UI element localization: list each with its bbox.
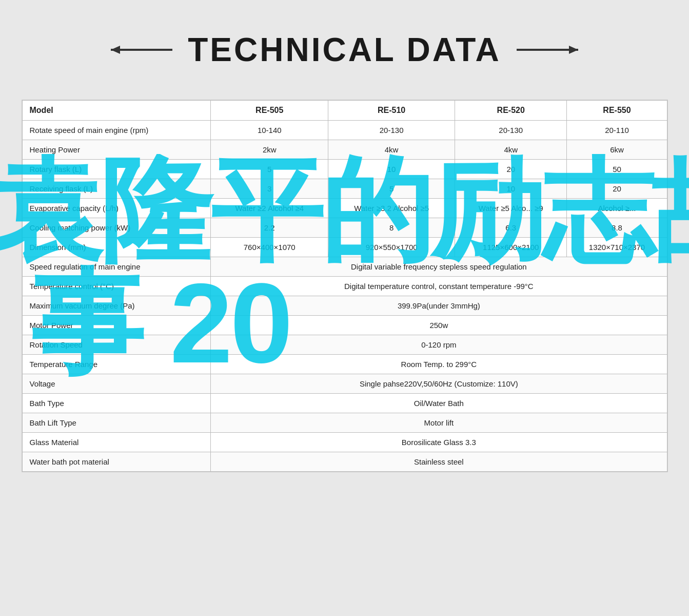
row-cell: Water ≥5 Alco... ≥9 [455,199,566,218]
table-row: Water bath pot materialStainless steel [22,452,667,472]
table-row: Rotation Speed0-120 rpm [22,335,667,355]
row-cell: Alcohol ≥... [567,199,667,218]
row-label: Rotate speed of main engine (rpm) [22,121,211,140]
row-label: Maximum vacuum degree (Pa) [22,296,211,316]
table-row: Evaporative capacity (L/h)Water ≥2 Alcoh… [22,199,667,218]
row-merged-value: Room Temp. to 299°C [211,355,667,374]
row-cell: 2kw [211,140,328,160]
row-cell: 4kw [328,140,455,160]
table-row: Glass MaterialBorosilicate Glass 3.3 [22,433,667,452]
table-row: Cooling matching power (kW)2.286.38.8 [22,218,667,238]
row-merged-value: Digital temperature control, constant te… [211,277,667,296]
header-line-left [111,49,172,51]
table-row: Bath TypeOil/Water Bath [22,394,667,413]
row-label: Rotary flask (L) [22,160,211,179]
row-cell: 20-130 [455,121,566,140]
table-header-row: Model RE-505 RE-510 RE-520 RE-550 [22,101,667,121]
row-cell: 6.3 [455,218,566,238]
technical-data-table: Model RE-505 RE-510 RE-520 RE-550 Rotate… [22,100,667,472]
row-label: Bath Lift Type [22,413,211,433]
page-wrapper: TECHNICAL DATA Model RE-505 RE-510 RE-52… [0,0,689,616]
row-merged-value: Oil/Water Bath [211,394,667,413]
row-cell: 8.8 [567,218,667,238]
page-title: TECHNICAL DATA [188,31,501,69]
row-cell: 4kw [455,140,566,160]
row-merged-value: 0-120 rpm [211,335,667,355]
col-header-model: Model [22,101,211,121]
header-section: TECHNICAL DATA [21,31,668,69]
row-cell: 1320×710×2370 [567,238,667,257]
row-label: Speed regulation of main engine [22,257,211,277]
row-cell: 920×550×1700 [328,238,455,257]
row-cell: 20-110 [567,121,667,140]
row-label: Dimension (mm) [22,238,211,257]
row-label: Evaporative capacity (L/h) [22,199,211,218]
table-row: Rotary flask (L)5102050 [22,160,667,179]
col-header-re510: RE-510 [328,101,455,121]
table-row: Temperature RangeRoom Temp. to 299°C [22,355,667,374]
table-row: VoltageSingle pahse220V,50/60Hz (Customi… [22,374,667,394]
col-header-re505: RE-505 [211,101,328,121]
row-cell: 20 [455,160,566,179]
row-cell: 20 [567,179,667,199]
row-merged-value: Motor lift [211,413,667,433]
row-merged-value: Stainless steel [211,452,667,472]
row-cell: 10 [455,179,566,199]
header-line-right [517,49,578,51]
row-label: Bath Type [22,394,211,413]
row-label: Temperature Range [22,355,211,374]
row-merged-value: Borosilicate Glass 3.3 [211,433,667,452]
row-cell: 20-130 [328,121,455,140]
table-container: Model RE-505 RE-510 RE-520 RE-550 Rotate… [22,100,668,472]
row-label: Motor Power [22,316,211,335]
row-merged-value: 250w [211,316,667,335]
table-row: Bath Lift TypeMotor lift [22,413,667,433]
table-row: Receiving flask (L)351020 [22,179,667,199]
row-merged-value: 399.9Pa(under 3mmHg) [211,296,667,316]
row-cell: 5 [211,160,328,179]
col-header-re550: RE-550 [567,101,667,121]
table-row: Motor Power250w [22,316,667,335]
row-label: Cooling matching power (kW) [22,218,211,238]
row-label: Water bath pot material [22,452,211,472]
col-header-re520: RE-520 [455,101,566,121]
table-row: Heating Power2kw4kw4kw6kw [22,140,667,160]
row-cell: 6kw [567,140,667,160]
row-cell: 10-140 [211,121,328,140]
row-merged-value: Single pahse220V,50/60Hz (Customize: 110… [211,374,667,394]
row-label: Rotation Speed [22,335,211,355]
row-cell: 2.2 [211,218,328,238]
row-label: Voltage [22,374,211,394]
table-row: Rotate speed of main engine (rpm)10-1402… [22,121,667,140]
row-cell: Water ≥3.2 Alcohol ≥5 [328,199,455,218]
row-cell: 50 [567,160,667,179]
row-label: Glass Material [22,433,211,452]
row-label: Receiving flask (L) [22,179,211,199]
table-row: Dimension (mm)760×400×1070920×550×170011… [22,238,667,257]
table-row: Maximum vacuum degree (Pa)399.9Pa(under … [22,296,667,316]
row-cell: 760×400×1070 [211,238,328,257]
table-row: Speed regulation of main engineDigital v… [22,257,667,277]
row-label: Temperature control (°C) [22,277,211,296]
row-cell: 8 [328,218,455,238]
row-merged-value: Digital variable frequency stepless spee… [211,257,667,277]
row-cell: 3 [211,179,328,199]
table-row: Temperature control (°C)Digital temperat… [22,277,667,296]
row-cell: 10 [328,160,455,179]
row-label: Heating Power [22,140,211,160]
row-cell: Water ≥2 Alcohol ≥4 [211,199,328,218]
row-cell: 5 [328,179,455,199]
row-cell: 1125×600×2100 [455,238,566,257]
